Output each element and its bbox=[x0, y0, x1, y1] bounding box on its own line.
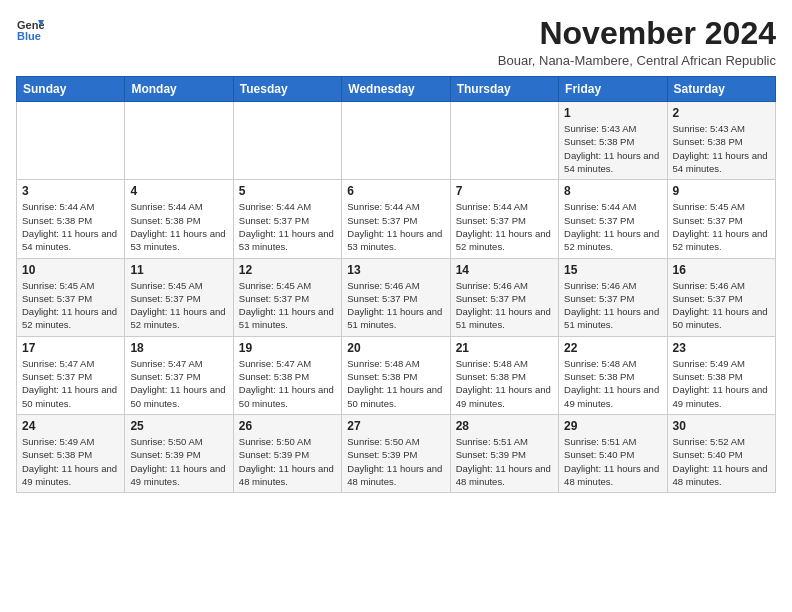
day-info: Sunrise: 5:49 AM Sunset: 5:38 PM Dayligh… bbox=[22, 435, 119, 488]
calendar-cell: 10Sunrise: 5:45 AM Sunset: 5:37 PM Dayli… bbox=[17, 258, 125, 336]
day-number: 9 bbox=[673, 184, 770, 198]
calendar-cell: 7Sunrise: 5:44 AM Sunset: 5:37 PM Daylig… bbox=[450, 180, 558, 258]
day-info: Sunrise: 5:44 AM Sunset: 5:38 PM Dayligh… bbox=[130, 200, 227, 253]
day-info: Sunrise: 5:45 AM Sunset: 5:37 PM Dayligh… bbox=[130, 279, 227, 332]
calendar-week-row: 1Sunrise: 5:43 AM Sunset: 5:38 PM Daylig… bbox=[17, 102, 776, 180]
calendar-week-row: 3Sunrise: 5:44 AM Sunset: 5:38 PM Daylig… bbox=[17, 180, 776, 258]
day-number: 3 bbox=[22, 184, 119, 198]
calendar-cell: 16Sunrise: 5:46 AM Sunset: 5:37 PM Dayli… bbox=[667, 258, 775, 336]
day-number: 20 bbox=[347, 341, 444, 355]
day-number: 13 bbox=[347, 263, 444, 277]
day-number: 2 bbox=[673, 106, 770, 120]
day-number: 11 bbox=[130, 263, 227, 277]
day-number: 5 bbox=[239, 184, 336, 198]
calendar-cell: 25Sunrise: 5:50 AM Sunset: 5:39 PM Dayli… bbox=[125, 414, 233, 492]
calendar-cell bbox=[17, 102, 125, 180]
calendar-cell: 8Sunrise: 5:44 AM Sunset: 5:37 PM Daylig… bbox=[559, 180, 667, 258]
calendar-cell: 3Sunrise: 5:44 AM Sunset: 5:38 PM Daylig… bbox=[17, 180, 125, 258]
day-number: 16 bbox=[673, 263, 770, 277]
calendar-cell: 9Sunrise: 5:45 AM Sunset: 5:37 PM Daylig… bbox=[667, 180, 775, 258]
location-subtitle: Bouar, Nana-Mambere, Central African Rep… bbox=[498, 53, 776, 68]
calendar-cell bbox=[450, 102, 558, 180]
logo-icon: General Blue bbox=[16, 16, 44, 44]
day-info: Sunrise: 5:51 AM Sunset: 5:40 PM Dayligh… bbox=[564, 435, 661, 488]
day-info: Sunrise: 5:43 AM Sunset: 5:38 PM Dayligh… bbox=[673, 122, 770, 175]
weekday-header: Saturday bbox=[667, 77, 775, 102]
calendar-cell: 14Sunrise: 5:46 AM Sunset: 5:37 PM Dayli… bbox=[450, 258, 558, 336]
calendar-cell: 24Sunrise: 5:49 AM Sunset: 5:38 PM Dayli… bbox=[17, 414, 125, 492]
calendar-cell: 26Sunrise: 5:50 AM Sunset: 5:39 PM Dayli… bbox=[233, 414, 341, 492]
calendar-cell: 13Sunrise: 5:46 AM Sunset: 5:37 PM Dayli… bbox=[342, 258, 450, 336]
calendar-cell: 21Sunrise: 5:48 AM Sunset: 5:38 PM Dayli… bbox=[450, 336, 558, 414]
day-number: 18 bbox=[130, 341, 227, 355]
day-info: Sunrise: 5:47 AM Sunset: 5:38 PM Dayligh… bbox=[239, 357, 336, 410]
day-info: Sunrise: 5:50 AM Sunset: 5:39 PM Dayligh… bbox=[239, 435, 336, 488]
calendar-cell: 23Sunrise: 5:49 AM Sunset: 5:38 PM Dayli… bbox=[667, 336, 775, 414]
day-number: 10 bbox=[22, 263, 119, 277]
calendar-cell bbox=[125, 102, 233, 180]
calendar-cell: 5Sunrise: 5:44 AM Sunset: 5:37 PM Daylig… bbox=[233, 180, 341, 258]
day-number: 14 bbox=[456, 263, 553, 277]
weekday-header: Thursday bbox=[450, 77, 558, 102]
calendar-cell: 27Sunrise: 5:50 AM Sunset: 5:39 PM Dayli… bbox=[342, 414, 450, 492]
weekday-header: Wednesday bbox=[342, 77, 450, 102]
day-number: 30 bbox=[673, 419, 770, 433]
day-number: 1 bbox=[564, 106, 661, 120]
calendar-cell: 15Sunrise: 5:46 AM Sunset: 5:37 PM Dayli… bbox=[559, 258, 667, 336]
day-info: Sunrise: 5:48 AM Sunset: 5:38 PM Dayligh… bbox=[564, 357, 661, 410]
day-number: 24 bbox=[22, 419, 119, 433]
calendar-cell: 18Sunrise: 5:47 AM Sunset: 5:37 PM Dayli… bbox=[125, 336, 233, 414]
calendar-week-row: 17Sunrise: 5:47 AM Sunset: 5:37 PM Dayli… bbox=[17, 336, 776, 414]
day-number: 4 bbox=[130, 184, 227, 198]
page-header: General Blue November 2024 Bouar, Nana-M… bbox=[16, 16, 776, 68]
day-info: Sunrise: 5:48 AM Sunset: 5:38 PM Dayligh… bbox=[456, 357, 553, 410]
day-number: 8 bbox=[564, 184, 661, 198]
month-title: November 2024 bbox=[498, 16, 776, 51]
day-info: Sunrise: 5:44 AM Sunset: 5:37 PM Dayligh… bbox=[564, 200, 661, 253]
day-number: 25 bbox=[130, 419, 227, 433]
day-number: 22 bbox=[564, 341, 661, 355]
day-info: Sunrise: 5:48 AM Sunset: 5:38 PM Dayligh… bbox=[347, 357, 444, 410]
day-info: Sunrise: 5:50 AM Sunset: 5:39 PM Dayligh… bbox=[130, 435, 227, 488]
calendar-cell: 19Sunrise: 5:47 AM Sunset: 5:38 PM Dayli… bbox=[233, 336, 341, 414]
day-info: Sunrise: 5:46 AM Sunset: 5:37 PM Dayligh… bbox=[564, 279, 661, 332]
calendar-table: SundayMondayTuesdayWednesdayThursdayFrid… bbox=[16, 76, 776, 493]
day-number: 17 bbox=[22, 341, 119, 355]
calendar-cell bbox=[342, 102, 450, 180]
calendar-cell: 17Sunrise: 5:47 AM Sunset: 5:37 PM Dayli… bbox=[17, 336, 125, 414]
day-info: Sunrise: 5:52 AM Sunset: 5:40 PM Dayligh… bbox=[673, 435, 770, 488]
weekday-header: Tuesday bbox=[233, 77, 341, 102]
day-info: Sunrise: 5:46 AM Sunset: 5:37 PM Dayligh… bbox=[673, 279, 770, 332]
calendar-cell: 11Sunrise: 5:45 AM Sunset: 5:37 PM Dayli… bbox=[125, 258, 233, 336]
day-info: Sunrise: 5:49 AM Sunset: 5:38 PM Dayligh… bbox=[673, 357, 770, 410]
calendar-cell: 22Sunrise: 5:48 AM Sunset: 5:38 PM Dayli… bbox=[559, 336, 667, 414]
day-info: Sunrise: 5:51 AM Sunset: 5:39 PM Dayligh… bbox=[456, 435, 553, 488]
calendar-cell: 30Sunrise: 5:52 AM Sunset: 5:40 PM Dayli… bbox=[667, 414, 775, 492]
day-number: 21 bbox=[456, 341, 553, 355]
calendar-week-row: 24Sunrise: 5:49 AM Sunset: 5:38 PM Dayli… bbox=[17, 414, 776, 492]
calendar-cell: 29Sunrise: 5:51 AM Sunset: 5:40 PM Dayli… bbox=[559, 414, 667, 492]
logo: General Blue bbox=[16, 16, 44, 44]
day-number: 19 bbox=[239, 341, 336, 355]
calendar-cell: 6Sunrise: 5:44 AM Sunset: 5:37 PM Daylig… bbox=[342, 180, 450, 258]
day-info: Sunrise: 5:47 AM Sunset: 5:37 PM Dayligh… bbox=[22, 357, 119, 410]
day-info: Sunrise: 5:45 AM Sunset: 5:37 PM Dayligh… bbox=[239, 279, 336, 332]
day-info: Sunrise: 5:44 AM Sunset: 5:37 PM Dayligh… bbox=[456, 200, 553, 253]
calendar-cell bbox=[233, 102, 341, 180]
calendar-cell: 2Sunrise: 5:43 AM Sunset: 5:38 PM Daylig… bbox=[667, 102, 775, 180]
day-info: Sunrise: 5:45 AM Sunset: 5:37 PM Dayligh… bbox=[673, 200, 770, 253]
day-info: Sunrise: 5:44 AM Sunset: 5:38 PM Dayligh… bbox=[22, 200, 119, 253]
day-number: 29 bbox=[564, 419, 661, 433]
calendar-cell: 4Sunrise: 5:44 AM Sunset: 5:38 PM Daylig… bbox=[125, 180, 233, 258]
day-number: 7 bbox=[456, 184, 553, 198]
calendar-cell: 1Sunrise: 5:43 AM Sunset: 5:38 PM Daylig… bbox=[559, 102, 667, 180]
day-info: Sunrise: 5:44 AM Sunset: 5:37 PM Dayligh… bbox=[239, 200, 336, 253]
day-info: Sunrise: 5:45 AM Sunset: 5:37 PM Dayligh… bbox=[22, 279, 119, 332]
day-info: Sunrise: 5:47 AM Sunset: 5:37 PM Dayligh… bbox=[130, 357, 227, 410]
weekday-header: Friday bbox=[559, 77, 667, 102]
day-info: Sunrise: 5:46 AM Sunset: 5:37 PM Dayligh… bbox=[347, 279, 444, 332]
calendar-cell: 20Sunrise: 5:48 AM Sunset: 5:38 PM Dayli… bbox=[342, 336, 450, 414]
day-number: 28 bbox=[456, 419, 553, 433]
calendar-cell: 12Sunrise: 5:45 AM Sunset: 5:37 PM Dayli… bbox=[233, 258, 341, 336]
weekday-header-row: SundayMondayTuesdayWednesdayThursdayFrid… bbox=[17, 77, 776, 102]
